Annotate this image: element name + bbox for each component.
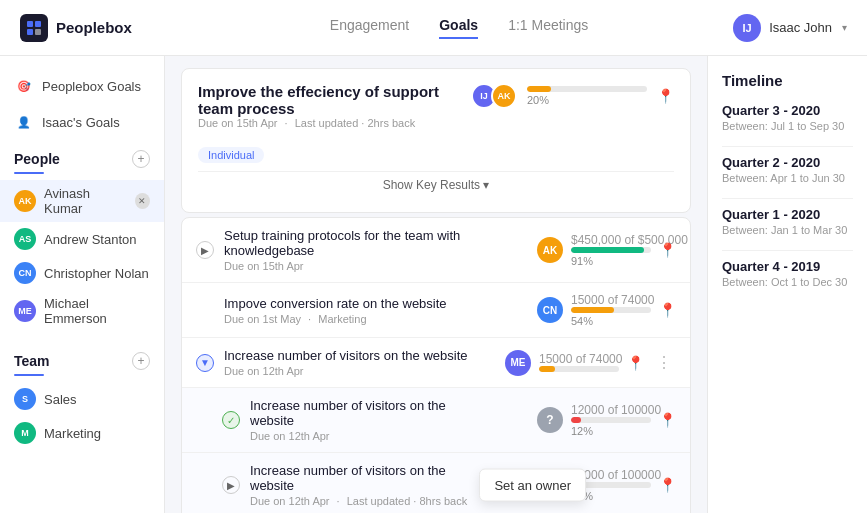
subgoal-right-sg3-2: Set an owner AK 12000 of 100000 12% xyxy=(496,468,676,502)
tab-engagement[interactable]: Engagement xyxy=(330,17,409,39)
main-goal-meta: Due on 15th Apr · Last updated · 2hrs ba… xyxy=(198,117,471,129)
sidebar-label-peoplebox-goals: Peoplebox Goals xyxy=(42,79,141,94)
add-team-button[interactable]: + xyxy=(132,352,150,370)
person-name-andrew: Andrew Stanton xyxy=(44,232,137,247)
expand-sg1-button[interactable]: ▶ xyxy=(196,241,214,259)
sub-goals-list: ▶ Setup training protocols for the team … xyxy=(181,217,691,513)
timeline-divider-1 xyxy=(722,146,853,147)
subgoal-value-sg3: 15000 of 74000 xyxy=(539,352,619,366)
remove-avinash-button[interactable]: ✕ xyxy=(135,193,150,209)
subgoal-meta-sg3-1: Due on 12th Apr xyxy=(250,430,486,442)
subgoal-progress-bg-sg3-1 xyxy=(571,417,651,423)
subgoal-value-sg3-1: 12000 of 100000 xyxy=(571,403,651,417)
timeline-q4-2019[interactable]: Quarter 4 - 2019 Between: Oct 1 to Dec 3… xyxy=(722,259,853,288)
subgoal-title-sg3: Increase number of visitors on the websi… xyxy=(224,348,486,363)
logo-icon xyxy=(20,14,48,42)
subgoal-value-sg2: 15000 of 74000 xyxy=(571,293,651,307)
timeline-q2-2020[interactable]: Quarter 2 - 2020 Between: Apr 1 to Jun 3… xyxy=(722,155,853,184)
subgoal-progress-fill-sg3-1 xyxy=(571,417,581,423)
avatar-ak: AK xyxy=(491,83,517,109)
subgoal-meta-sg1: Due on 15th Apr xyxy=(224,260,486,272)
pin-icon-sg3-2[interactable]: 📍 xyxy=(659,477,676,493)
svg-rect-1 xyxy=(35,21,41,27)
subgoal-avatar-sg3-1: ? xyxy=(537,407,563,433)
sidebar-item-christopher[interactable]: CN Christopher Nolan xyxy=(0,256,164,290)
individual-tag: Individual xyxy=(198,147,264,163)
timeline-title: Timeline xyxy=(722,72,853,89)
pin-icon-sg1[interactable]: 📍 xyxy=(659,242,676,258)
timeline-q3-2020[interactable]: Quarter 3 - 2020 Between: Jul 1 to Sep 3… xyxy=(722,103,853,132)
sidebar-item-isaacs-goals[interactable]: 👤 Isaac's Goals xyxy=(0,104,164,140)
timeline-quarter-q3: Quarter 3 - 2020 xyxy=(722,103,853,118)
sidebar-item-avinash[interactable]: AK Avinash Kumar ✕ xyxy=(0,180,164,222)
goals-icon: 🎯 xyxy=(14,76,34,96)
avatar-michael: ME xyxy=(14,300,36,322)
subgoal-pct-sg3-1: 12% xyxy=(571,425,651,437)
set-owner-tooltip[interactable]: Set an owner xyxy=(479,469,586,502)
avatar-christopher: CN xyxy=(14,262,36,284)
timeline-q1-2020[interactable]: Quarter 1 - 2020 Between: Jan 1 to Mar 3… xyxy=(722,207,853,236)
pin-icon-sg2[interactable]: 📍 xyxy=(659,302,676,318)
goal-avatars: IJ AK xyxy=(471,83,517,109)
avatar-andrew: AS xyxy=(14,228,36,250)
subgoal-avatar-sg2: CN xyxy=(537,297,563,323)
main-goal-card: Improve the effeciency of support team p… xyxy=(181,68,691,213)
nav-tabs: Engagement Goals 1:1 Meetings xyxy=(185,17,733,39)
person-name-christopher: Christopher Nolan xyxy=(44,266,149,281)
progress-bg xyxy=(527,86,647,92)
subgoal-title-sg1: Setup training protocols for the team wi… xyxy=(224,228,486,258)
subgoal-pct-sg1: 91% xyxy=(571,255,651,267)
main-goal-progress: 20% xyxy=(527,86,647,106)
chevron-down-icon: ▾ xyxy=(842,22,847,33)
svg-rect-2 xyxy=(27,29,33,35)
person-icon: 👤 xyxy=(14,112,34,132)
subgoal-row-sg1: ▶ Setup training protocols for the team … xyxy=(182,218,690,283)
goal-title-row: Improve the effeciency of support team p… xyxy=(198,83,674,137)
subgoal-progress-bg-sg1 xyxy=(571,247,651,253)
subgoal-progress-sg1: $450,000 of $500,000 91% xyxy=(571,233,651,267)
subgoal-progress-bg-sg2 xyxy=(571,307,651,313)
sidebar-item-sales[interactable]: S Sales xyxy=(0,382,164,416)
sidebar-item-andrew[interactable]: AS Andrew Stanton xyxy=(0,222,164,256)
team-name-sales: Sales xyxy=(44,392,77,407)
subgoal-pct-sg2: 54% xyxy=(571,315,651,327)
more-sg3-button[interactable]: ⋮ xyxy=(652,353,676,372)
sidebar: 🎯 Peoplebox Goals 👤 Isaac's Goals People… xyxy=(0,56,165,513)
subgoal-row-sg3-1: ✓ Increase number of visitors on the web… xyxy=(182,388,690,453)
subgoal-avatar-sg3: ME xyxy=(505,350,531,376)
svg-rect-3 xyxy=(35,29,41,35)
progress-fill xyxy=(527,86,551,92)
pin-icon-sg3[interactable]: 📍 xyxy=(627,355,644,371)
tab-goals[interactable]: Goals xyxy=(439,17,478,39)
add-person-button[interactable]: + xyxy=(132,150,150,168)
team-section-header: Team + xyxy=(0,342,164,374)
avatar-sales: S xyxy=(14,388,36,410)
svg-rect-0 xyxy=(27,21,33,27)
team-section-title: Team xyxy=(14,353,50,369)
user-avatar: IJ xyxy=(733,14,761,42)
subgoal-meta-sg3-2: Due on 12th Apr · Last updated · 8hrs ba… xyxy=(250,495,486,507)
subgoal-info-sg3-2: Increase number of visitors on the websi… xyxy=(250,463,486,507)
timeline-range-q3: Between: Jul 1 to Sep 30 xyxy=(722,120,853,132)
subgoal-right-sg3: ME 15000 of 74000 📍 ⋮ xyxy=(496,350,676,376)
app-name: Peoplebox xyxy=(56,19,132,36)
expand-sg3-2-button[interactable]: ▶ xyxy=(222,476,240,494)
subgoal-progress-fill-sg2 xyxy=(571,307,614,313)
show-key-results-button[interactable]: Show Key Results ▾ xyxy=(198,171,674,198)
avatar-avinash: AK xyxy=(14,190,36,212)
people-divider xyxy=(14,172,44,174)
expand-sg3-button[interactable]: ▼ xyxy=(196,354,214,372)
tab-meetings[interactable]: 1:1 Meetings xyxy=(508,17,588,39)
pin-icon-sg3-1[interactable]: 📍 xyxy=(659,412,676,428)
timeline-quarter-q4: Quarter 4 - 2019 xyxy=(722,259,853,274)
sidebar-item-marketing[interactable]: M Marketing xyxy=(0,416,164,450)
subgoal-info-sg1: Setup training protocols for the team wi… xyxy=(224,228,486,272)
sidebar-item-peoplebox-goals[interactable]: 🎯 Peoplebox Goals xyxy=(0,68,164,104)
subgoal-info-sg3: Increase number of visitors on the websi… xyxy=(224,348,486,377)
subgoal-row-sg3-2: ▶ Increase number of visitors on the web… xyxy=(182,453,690,513)
subgoal-title-sg3-1: Increase number of visitors on the websi… xyxy=(250,398,486,428)
sidebar-item-michael[interactable]: ME Michael Emmerson xyxy=(0,290,164,332)
expand-sg3-1-button[interactable]: ✓ xyxy=(222,411,240,429)
user-menu[interactable]: IJ Isaac John ▾ xyxy=(733,14,847,42)
pin-icon[interactable]: 📍 xyxy=(657,88,674,104)
